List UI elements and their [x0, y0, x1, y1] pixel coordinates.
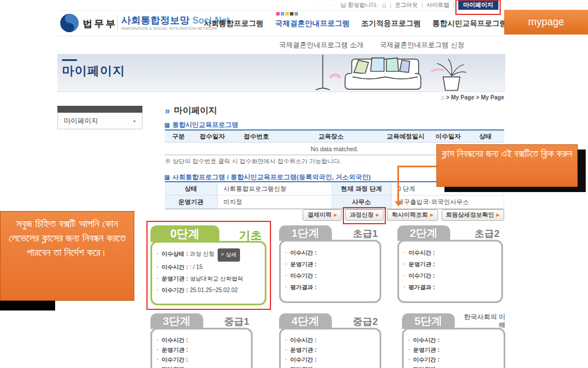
operator-value: 미지정	[218, 195, 332, 209]
section-heading-label: 통합시민교육프로그램	[172, 121, 238, 129]
annotation-connector-horizontal	[397, 166, 438, 167]
field-value: 과정 신청	[189, 251, 214, 257]
arrow-icon: ▶	[334, 213, 336, 217]
square-bullet-icon	[165, 123, 169, 128]
mypage-button[interactable]: 마이페이지	[458, 0, 499, 10]
col-type: 구분	[165, 132, 192, 141]
field-label: 운영기관 :	[290, 261, 316, 267]
nav-item-early-adaptation[interactable]: 조기적응프로그램	[361, 18, 421, 29]
level-card-body: 이수시간 : 운영기관 : 이수기간 : 평가결과 :	[279, 328, 381, 368]
col-apply-date: 접수일자	[192, 132, 233, 141]
list-icon: ≡	[221, 249, 224, 260]
breadcrumb-home-icon[interactable]: ⌂	[440, 94, 444, 101]
divider	[117, 16, 118, 30]
sitemap-link[interactable]: 사이트맵	[427, 1, 450, 9]
section-heading-label: 사회통합프로그램 / 통합시민교육프로그램(등록외국인, 거소외국인)	[172, 173, 371, 182]
field-label: 이수기간 :	[161, 287, 188, 293]
field-label: 평가결과 :	[408, 284, 435, 290]
stage-label: 3단계	[163, 315, 191, 327]
stage-label: 1단계	[292, 227, 320, 239]
field-label: 이수시간 :	[408, 250, 435, 256]
sofa-illustration	[311, 55, 489, 92]
breadcrumb: ⌂ > My Page > My Page	[57, 94, 504, 101]
sidebar-item-label: 마이페이지	[64, 116, 98, 126]
annotation-callout-green: সবুজ চিহ্নিত বক্সটি আপনি কোন লেভেলের ক্ল…	[0, 211, 134, 301]
course-apply-button[interactable]: 과정신청 ▶	[345, 209, 384, 221]
field-label: 이수시간 :	[161, 264, 188, 270]
banner-accent-bar	[62, 59, 77, 61]
table-note: ※ 상단의 접수번호 클릭 시 접수화면에서 접수취소가 가능합니다.	[165, 158, 341, 166]
field-label: 이수기간 :	[290, 273, 316, 279]
field-label: 이수기간 :	[413, 356, 439, 363]
arrow-icon: ▶	[430, 213, 433, 217]
divider	[454, 3, 454, 8]
arrow-icon: ▶	[497, 213, 500, 217]
site-name-ko: 사회통합정보망	[121, 15, 189, 26]
level-card-0: 0단계 기초 이수상태 :과정 신청≡상세 이수시간 :: / 15 운영기관 …	[150, 225, 266, 305]
office-label: 사무소	[332, 195, 392, 209]
double-chevron-icon: »	[165, 106, 170, 116]
col-status: 상태	[467, 132, 504, 141]
level-card-tab: 0단계	[150, 225, 219, 242]
level-label: 초급1	[353, 227, 378, 240]
col-location: 교육장소	[280, 132, 382, 141]
annotation-mypage-tag: mypage	[504, 10, 588, 34]
operator-label: 운영기관	[165, 195, 218, 209]
sub-nav: 국제결혼안내프로그램 소개 국제결혼안내프로그램 신청	[57, 36, 505, 54]
level-card-body: 이수시간 : 운영기관 : 이수기간 : 평가결과 :	[150, 328, 253, 368]
field-label: 평가결과 :	[290, 284, 316, 290]
detail-button[interactable]: ≡상세	[218, 248, 240, 262]
logout-link[interactable]: 로그아웃	[395, 1, 418, 9]
field-label: 운영기관 :	[413, 347, 439, 353]
field-value: 영남대학교 산학협력	[189, 275, 243, 282]
status-value: 사회통합프로그램신청	[218, 182, 332, 195]
subnav-item-apply[interactable]: 국제결혼안내프로그램 신청	[380, 40, 464, 50]
level-card-tab: 3단계	[150, 313, 203, 329]
field-label: 이수시간 :	[161, 337, 188, 343]
user-name-redacted: · · · ·	[316, 2, 336, 9]
divider	[422, 3, 423, 8]
page-title: 마이페이지	[62, 63, 125, 79]
nav-item-kiip[interactable]: 사회통합프로그램	[204, 18, 264, 29]
status-label: 상태	[165, 182, 218, 195]
arrow-icon: ▶	[376, 213, 379, 217]
level-label: 한국사회의 이해	[463, 313, 505, 329]
field-label: 이수기간 :	[408, 273, 435, 279]
section-heading-civic: 통합시민교육프로그램	[165, 121, 238, 129]
subnav-item-intro[interactable]: 국제결혼안내프로그램 소개	[279, 40, 363, 50]
sidebar-item-mypage[interactable]: 마이페이지 ▸	[57, 113, 142, 129]
level-label: 중급2	[353, 315, 378, 328]
nav-item-marriage[interactable]: 국제결혼안내프로그램	[275, 18, 350, 29]
site-tagline: IMMIGRATION & SOCIAL INTEGRATION NETWORK	[121, 26, 218, 30]
breadcrumb-item[interactable]: My Page	[451, 94, 474, 101]
ministry-name[interactable]: 법무부	[83, 17, 117, 30]
ministry-logo-icon	[59, 13, 80, 33]
level-card-4: 4단계 중급2 이수시간 : 운영기관 : 이수기간 : 평가결과 :	[279, 313, 381, 368]
section-heading-kiip: 사회통합프로그램 / 통합시민교육프로그램(등록외국인, 거소외국인)	[165, 173, 371, 182]
breadcrumb-sep: >	[446, 94, 450, 101]
level-card-tab: 4단계	[279, 313, 332, 329]
nav-item-civic-education[interactable]: 통합시민교육프로그램	[432, 18, 507, 29]
field-label: 운영기관 :	[290, 347, 316, 353]
academic-history-button[interactable]: 학사이력조회 ▶	[387, 209, 438, 221]
table-header-row: 구분 접수일자 접수번호 교육장소 교육예정일시 이수일자 상태	[165, 131, 504, 143]
chevron-right-icon: ▸	[133, 118, 136, 124]
button-label: 결제이력	[307, 211, 331, 219]
annotation-callout-click: ক্লাস নিবন্ধনের জন্য এই বক্সটিতে ক্লিক ক…	[436, 144, 578, 187]
level-label: 기초	[239, 228, 262, 243]
level-card-1: 1단계 초급1 이수시간 : 운영기관 : 이수기간 : 평가결과 :	[279, 225, 381, 303]
payment-history-button[interactable]: 결제이력 ▶	[303, 209, 341, 221]
level-card-5: 5단계 한국사회의 이해 이수시간 : 운영기관 : 이수기간 : 평가결과 :	[402, 313, 505, 368]
member-detail-button[interactable]: 회원상세정보확인 ▶	[442, 209, 504, 221]
field-value: : / 15	[189, 264, 202, 270]
breadcrumb-item[interactable]: My Page	[481, 94, 504, 101]
level-card-tab: 2단계	[397, 225, 450, 241]
field-label: 이수시간 :	[413, 337, 439, 343]
sidebar: 마이페이지 ▸	[57, 106, 142, 129]
stage-label: 0단계	[170, 227, 199, 240]
mypage-button-wrap: 마이페이지	[458, 1, 499, 9]
field-label: 이수시간 :	[290, 337, 316, 343]
level-card-3: 3단계 중급1 이수시간 : 운영기관 : 이수기간 : 평가결과 :	[150, 313, 253, 368]
home-icon[interactable]: ⌂	[382, 1, 386, 9]
level-card-body: 이수시간 : 운영기관 : 이수기간 : 평가결과 :	[402, 328, 505, 368]
